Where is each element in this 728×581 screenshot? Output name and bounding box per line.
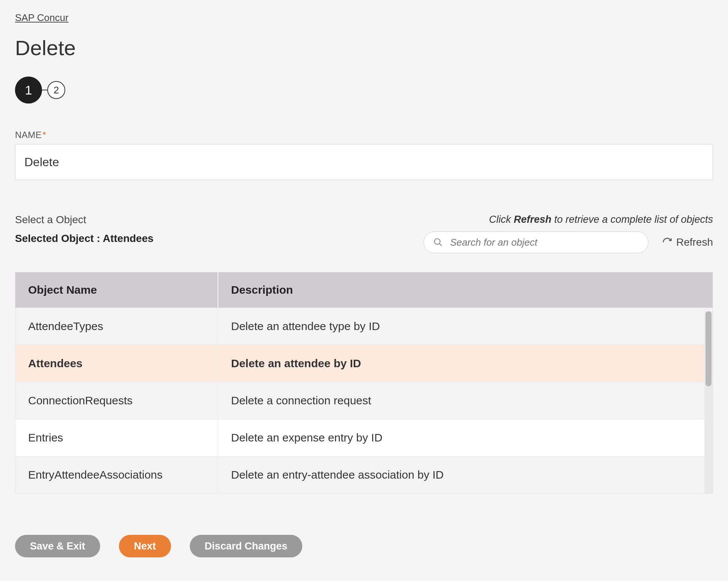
refresh-icon: [662, 237, 672, 248]
selected-object-label: Selected Object : Attendees: [15, 233, 153, 245]
object-table: Object Name Description AttendeeTypesDel…: [15, 272, 713, 493]
cell-object-name: ConnectionRequests: [15, 382, 218, 419]
cell-description: Delete a connection request: [218, 382, 713, 419]
required-indicator: *: [42, 130, 46, 140]
table-row[interactable]: EntryAttendeeAssociationsDelete an entry…: [15, 456, 713, 494]
cell-description: Delete an expense entry by ID: [218, 419, 713, 456]
cell-object-name: Attendees: [15, 345, 218, 382]
next-button[interactable]: Next: [119, 535, 171, 557]
hint-suffix: to retrieve a complete list of objects: [551, 214, 713, 225]
discard-changes-button[interactable]: Discard Changes: [190, 535, 303, 557]
scrollbar-thumb[interactable]: [705, 311, 711, 386]
search-icon: [433, 237, 443, 247]
cell-description: Delete an attendee by ID: [218, 345, 713, 382]
col-header-object-name[interactable]: Object Name: [15, 272, 218, 308]
save-exit-button[interactable]: Save & Exit: [15, 535, 100, 557]
step-connector: [42, 90, 47, 90]
select-object-label: Select a Object: [15, 214, 153, 226]
cell-description: Delete an entry-attendee association by …: [218, 456, 713, 494]
refresh-label: Refresh: [676, 236, 713, 248]
table-row[interactable]: AttendeeTypesDelete an attendee type by …: [15, 308, 713, 345]
cell-object-name: EntryAttendeeAssociations: [15, 456, 218, 494]
breadcrumb-sap-concur[interactable]: SAP Concur: [15, 12, 69, 24]
hint-prefix: Click: [489, 214, 514, 225]
table-row[interactable]: EntriesDelete an expense entry by ID: [15, 419, 713, 456]
page-title: Delete: [15, 36, 713, 60]
table-scrollbar[interactable]: [704, 311, 713, 493]
hint-bold: Refresh: [514, 214, 552, 225]
name-label-text: NAME: [15, 130, 42, 140]
refresh-button[interactable]: Refresh: [662, 236, 713, 248]
cell-object-name: AttendeeTypes: [15, 308, 218, 345]
table-row[interactable]: ConnectionRequestsDelete a connection re…: [15, 382, 713, 419]
svg-line-1: [440, 244, 442, 246]
cell-description: Delete an attendee type by ID: [218, 308, 713, 345]
refresh-hint: Click Refresh to retrieve a complete lis…: [423, 214, 713, 225]
step-1[interactable]: 1: [15, 77, 42, 104]
object-search-box: [423, 231, 648, 253]
footer-button-bar: Save & Exit Next Discard Changes: [15, 535, 713, 557]
cell-object-name: Entries: [15, 419, 218, 456]
col-header-description[interactable]: Description: [218, 272, 713, 308]
object-table-wrap: Object Name Description AttendeeTypesDel…: [15, 272, 713, 494]
table-row[interactable]: AttendeesDelete an attendee by ID: [15, 345, 713, 382]
step-2[interactable]: 2: [47, 81, 65, 99]
name-field-label: NAME*: [15, 130, 713, 140]
wizard-stepper: 1 2: [15, 77, 713, 104]
svg-point-0: [434, 239, 440, 244]
selected-object-value: Attendees: [103, 233, 153, 244]
name-input[interactable]: [15, 144, 713, 180]
object-search-input[interactable]: [423, 231, 648, 253]
selected-object-prefix: Selected Object :: [15, 233, 103, 244]
